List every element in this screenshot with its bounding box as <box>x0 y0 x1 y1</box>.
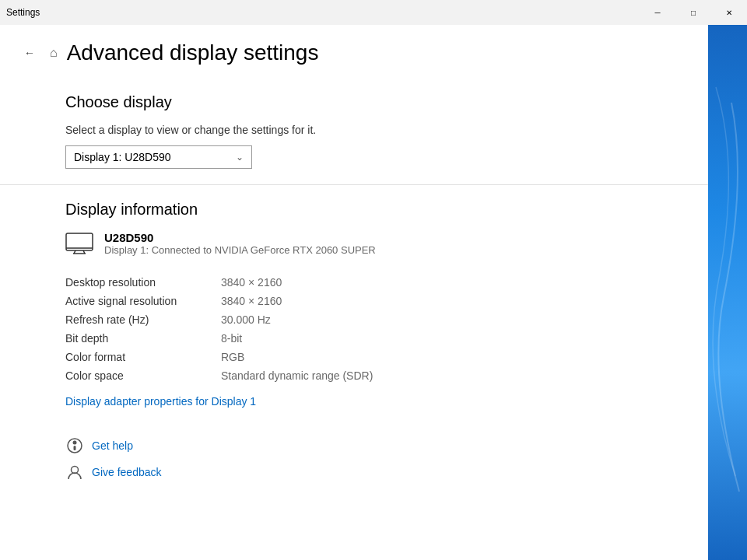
table-row: Desktop resolution 3840 × 2160 <box>65 274 689 291</box>
give-feedback-item[interactable]: Give feedback <box>65 463 689 481</box>
adapter-properties-link[interactable]: Display adapter properties for Display 1 <box>65 395 256 408</box>
titlebar-title: Settings <box>6 7 40 18</box>
minimize-button[interactable]: ─ <box>640 0 675 25</box>
monitor-icon <box>65 233 93 260</box>
monitor-details: U28D590 Display 1: Connected to NVIDIA G… <box>104 231 376 256</box>
choose-display-subtitle: Select a display to view or change the s… <box>65 124 689 136</box>
help-section: Get help Give feedback <box>0 424 708 502</box>
choose-display-section: Choose display Select a display to view … <box>0 78 708 184</box>
label-color-format: Color format <box>65 351 221 363</box>
display-information-section: Display information U28D590 <box>0 185 708 424</box>
label-active-signal: Active signal resolution <box>65 295 221 307</box>
titlebar: Settings ─ □ ✕ <box>0 0 747 25</box>
monitor-connection: Display 1: Connected to NVIDIA GeForce R… <box>104 244 376 256</box>
titlebar-left: Settings <box>6 7 40 18</box>
table-row: Bit depth 8-bit <box>65 330 689 347</box>
table-row: Active signal resolution 3840 × 2160 <box>65 292 689 310</box>
value-color-space: Standard dynamic range (SDR) <box>221 369 373 382</box>
value-bit-depth: 8-bit <box>221 332 242 345</box>
value-refresh-rate: 30.000 Hz <box>221 313 271 326</box>
home-icon[interactable]: ⌂ <box>50 46 58 60</box>
svg-point-8 <box>72 467 79 474</box>
monitor-row: U28D590 Display 1: Connected to NVIDIA G… <box>65 231 689 260</box>
value-active-signal: 3840 × 2160 <box>221 295 282 307</box>
svg-rect-9 <box>708 25 747 560</box>
get-help-label: Get help <box>92 439 133 452</box>
label-refresh-rate: Refresh rate (Hz) <box>65 313 221 326</box>
value-desktop-resolution: 3840 × 2160 <box>221 276 282 289</box>
table-row: Color format RGB <box>65 348 689 366</box>
page-header: ← ⌂ Advanced display settings <box>0 25 708 78</box>
svg-rect-7 <box>74 446 76 450</box>
value-color-format: RGB <box>221 351 244 363</box>
chevron-down-icon: ⌄ <box>236 152 244 163</box>
info-table: Desktop resolution 3840 × 2160 Active si… <box>65 274 689 384</box>
table-row: Refresh rate (Hz) 30.000 Hz <box>65 311 689 328</box>
display-info-title: Display information <box>65 191 689 222</box>
display-info-card: U28D590 Display 1: Connected to NVIDIA G… <box>65 231 689 408</box>
choose-display-title: Choose display <box>65 84 689 114</box>
give-feedback-label: Give feedback <box>92 466 162 478</box>
give-feedback-icon <box>65 463 84 481</box>
table-row: Color space Standard dynamic range (SDR) <box>65 367 689 384</box>
get-help-item[interactable]: Get help <box>65 436 689 455</box>
decorative-sidebar <box>708 25 747 560</box>
settings-panel: ← ⌂ Advanced display settings Choose dis… <box>0 25 708 560</box>
monitor-name: U28D590 <box>104 231 376 244</box>
dropdown-selected-value: Display 1: U28D590 <box>74 151 171 163</box>
maximize-button[interactable]: □ <box>675 0 711 25</box>
label-desktop-resolution: Desktop resolution <box>65 276 221 289</box>
main-window: ← ⌂ Advanced display settings Choose dis… <box>0 25 747 560</box>
display-dropdown[interactable]: Display 1: U28D590 ⌄ <box>65 145 252 169</box>
page-title: Advanced display settings <box>67 40 319 65</box>
svg-point-6 <box>73 441 77 445</box>
label-bit-depth: Bit depth <box>65 332 221 345</box>
close-button[interactable]: ✕ <box>711 0 747 25</box>
back-button[interactable]: ← <box>19 42 40 64</box>
titlebar-controls: ─ □ ✕ <box>640 0 747 25</box>
label-color-space: Color space <box>65 369 221 382</box>
get-help-icon <box>65 436 84 455</box>
